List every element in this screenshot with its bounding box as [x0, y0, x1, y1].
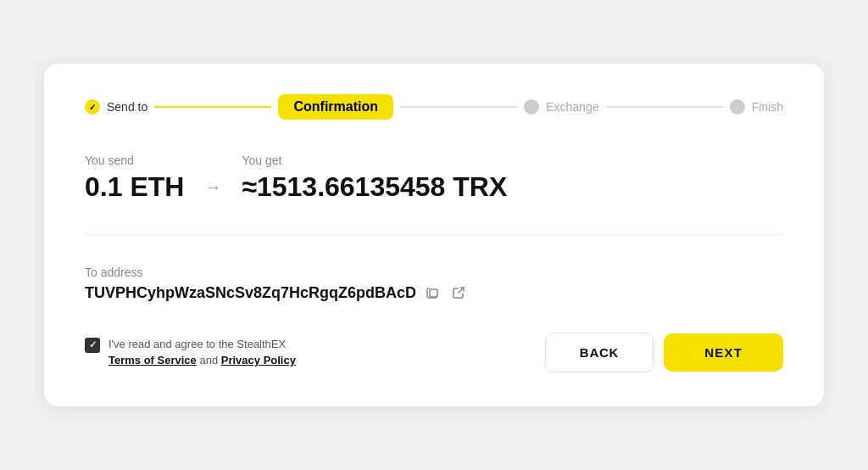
terms-section: I've read and agree to the StealthEX Ter… [85, 336, 296, 369]
address-value: TUVPHCyhpWzaSNcSv8Zq7HcRgqZ6pdBAcD [85, 284, 416, 302]
send-col: You send 0.1 ETH [85, 154, 184, 203]
send-value: 0.1 ETH [85, 171, 184, 203]
copy-address-button[interactable] [425, 284, 442, 301]
step-label-finish: Finish [752, 100, 783, 114]
open-external-button[interactable] [450, 284, 467, 301]
step-label-exchange: Exchange [546, 100, 598, 114]
stepper: Send to Confirmation Exchange Finish [85, 94, 783, 120]
address-section: To address TUVPHCyhpWzaSNcSv8Zq7HcRgqZ6p… [85, 266, 783, 302]
address-row: TUVPHCyhpWzaSNcSv8Zq7HcRgqZ6pdBAcD [85, 284, 783, 302]
step-confirmation: Confirmation [278, 94, 393, 120]
step-line-1 [154, 106, 271, 108]
back-button[interactable]: BACK [545, 333, 654, 372]
step-label-send-to: Send to [107, 100, 147, 114]
step-dot-finish [730, 99, 745, 115]
get-label: You get [242, 154, 507, 167]
exchange-section: You send 0.1 ETH → You get ≈1513.6613545… [85, 154, 783, 234]
step-send-to: Send to [85, 99, 147, 115]
footer: I've read and agree to the StealthEX Ter… [85, 333, 783, 372]
step-finish: Finish [730, 99, 783, 115]
terms-prefix: I've read and agree to the StealthEX [108, 338, 286, 350]
step-dot-send-to [85, 99, 100, 115]
address-label: To address [85, 266, 783, 279]
step-line-2 [400, 106, 517, 108]
confirmation-card: Send to Confirmation Exchange Finish You… [44, 64, 824, 406]
step-label-confirmation: Confirmation [278, 94, 393, 120]
buttons-group: BACK NEXT [545, 333, 783, 372]
step-line-3 [605, 106, 722, 108]
get-col: You get ≈1513.66135458 TRX [242, 154, 507, 203]
terms-of-service-link[interactable]: Terms of Service [108, 354, 197, 366]
terms-and: and [199, 354, 218, 366]
get-value: ≈1513.66135458 TRX [242, 171, 507, 203]
step-exchange: Exchange [524, 99, 598, 115]
next-button[interactable]: NEXT [664, 333, 783, 372]
arrow-right-icon: → [204, 177, 221, 197]
terms-text: I've read and agree to the StealthEX Ter… [108, 336, 296, 369]
send-label: You send [85, 154, 184, 167]
privacy-policy-link[interactable]: Privacy Policy [221, 354, 296, 366]
step-dot-exchange [524, 99, 539, 115]
terms-checkbox[interactable] [85, 338, 100, 353]
